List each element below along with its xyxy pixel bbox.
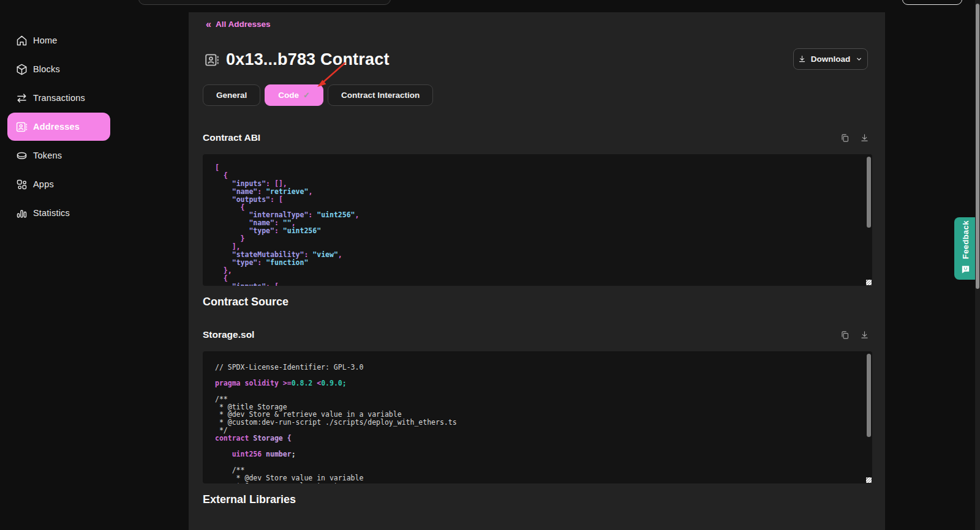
code-line: "type": "function" — [215, 259, 860, 267]
download-abi-icon[interactable] — [859, 133, 870, 143]
tab-general[interactable]: General — [203, 84, 260, 106]
sidebar-item-label: Home — [33, 35, 57, 45]
source-file-name: Storage.sol — [203, 329, 254, 340]
copy-source-icon[interactable] — [840, 330, 850, 340]
contract-source-heading: Contract Source — [203, 296, 288, 308]
source-scrollbar-thumb[interactable] — [867, 354, 871, 437]
blocks-icon — [15, 63, 28, 76]
search-input[interactable] — [138, 0, 391, 5]
sidebar-item-home[interactable]: Home — [7, 26, 110, 54]
code-line: "stateMutability": "view", — [215, 251, 860, 259]
sidebar-item-statistics[interactable]: Statistics — [7, 199, 110, 227]
code-line: "internalType": "uint256", — [215, 211, 860, 219]
external-libraries-heading: External Libraries — [203, 493, 296, 506]
code-line: "name": "retrieve", — [215, 188, 860, 196]
contract-abi-code[interactable]: [ { "inputs": [], "name": "retrieve", "o… — [203, 154, 872, 286]
apps-icon — [15, 178, 28, 191]
main-panel: « All Addresses 0x13...b783 Contract Dow… — [189, 12, 885, 530]
code-line — [215, 442, 860, 450]
sidebar-item-label: Transactions — [33, 93, 85, 103]
sidebar-item-label: Addresses — [33, 122, 80, 132]
download-label: Download — [811, 54, 851, 64]
tab-bar: GeneralCode✓Contract Interaction — [203, 84, 433, 106]
sidebar-item-blocks[interactable]: Blocks — [7, 55, 110, 83]
sidebar-item-tokens[interactable]: Tokens — [7, 141, 110, 170]
abi-scrollbar-thumb[interactable] — [867, 157, 871, 228]
contract-abi-heading: Contract ABI — [203, 132, 260, 143]
topbar-button[interactable] — [902, 0, 962, 5]
sidebar-item-label: Blocks — [33, 64, 60, 74]
source-resize-grip[interactable] — [866, 477, 872, 483]
code-line: "type": "uint256" — [215, 227, 860, 235]
feedback-button[interactable]: Feedback — [954, 217, 976, 280]
tokens-icon — [15, 149, 28, 162]
tab-code[interactable]: Code✓ — [265, 84, 323, 106]
abi-resize-grip[interactable] — [866, 280, 872, 285]
check-icon: ✓ — [303, 91, 310, 100]
code-line: }, — [215, 267, 860, 275]
code-line: } — [215, 235, 860, 243]
page-scrollbar-thumb[interactable] — [976, 4, 979, 289]
feedback-label: Feedback — [961, 220, 970, 259]
tab-label: Contract Interaction — [341, 91, 420, 100]
tab-contract-interaction[interactable]: Contract Interaction — [328, 84, 433, 106]
abi-scrollbar — [867, 156, 871, 284]
double-chevron-left-icon: « — [206, 20, 211, 28]
app-window: HomeBlocksTransactionsAddressesTokensApp… — [0, 0, 980, 530]
code-line: /** — [215, 395, 860, 403]
code-line: * @custom:dev-run-script ./scripts/deplo… — [215, 419, 860, 427]
code-line: contract Storage { — [215, 435, 860, 442]
code-line: [ — [215, 164, 860, 172]
download-source-icon[interactable] — [859, 330, 870, 340]
sidebar-nav: HomeBlocksTransactionsAddressesTokensApp… — [0, 26, 184, 228]
addresses-icon — [15, 121, 28, 133]
tab-label: General — [216, 91, 247, 100]
code-line: */ — [215, 427, 860, 435]
statistics-icon — [15, 207, 28, 220]
sidebar-item-label: Apps — [33, 179, 54, 189]
code-line: uint256 number; — [215, 450, 860, 458]
source-code-lines: // SPDX-License-Identifier: GPL-3.0 prag… — [215, 364, 860, 483]
code-line — [215, 458, 860, 466]
contract-source-code[interactable]: // SPDX-License-Identifier: GPL-3.0 prag… — [203, 351, 872, 483]
home-icon — [15, 34, 28, 47]
abi-code-lines: [ { "inputs": [], "name": "retrieve", "o… — [215, 164, 860, 286]
chat-smiley-icon — [960, 264, 971, 274]
sidebar-item-apps[interactable]: Apps — [7, 170, 110, 198]
sidebar-item-label: Statistics — [33, 208, 70, 218]
sidebar-item-addresses[interactable]: Addresses — [7, 113, 110, 141]
code-line: pragma solidity >=0.8.2 <0.9.0; — [215, 379, 860, 387]
code-line: { — [215, 172, 860, 180]
title-row: 0x13...b783 Contract — [204, 50, 390, 69]
page-title: 0x13...b783 Contract — [226, 50, 390, 69]
code-line: * @param num value to store — [215, 482, 860, 483]
chevron-down-icon — [854, 54, 864, 64]
back-link-label: All Addresses — [216, 20, 271, 29]
code-line: "outputs": [ — [215, 196, 860, 204]
sidebar-item-label: Tokens — [33, 151, 62, 160]
copy-abi-icon[interactable] — [840, 133, 850, 143]
download-icon — [797, 54, 807, 64]
code-line: // SPDX-License-Identifier: GPL-3.0 — [215, 364, 860, 371]
code-line: { — [215, 275, 860, 283]
back-to-all-addresses-link[interactable]: « All Addresses — [206, 20, 270, 29]
transactions-icon — [15, 92, 28, 105]
sidebar-item-transactions[interactable]: Transactions — [7, 84, 110, 112]
tab-label: Code — [278, 91, 299, 100]
contact-card-icon — [204, 52, 220, 68]
code-line — [215, 387, 860, 395]
source-scrollbar — [867, 353, 871, 482]
code-line: "inputs": [ — [215, 283, 860, 286]
download-button[interactable]: Download — [793, 48, 868, 70]
